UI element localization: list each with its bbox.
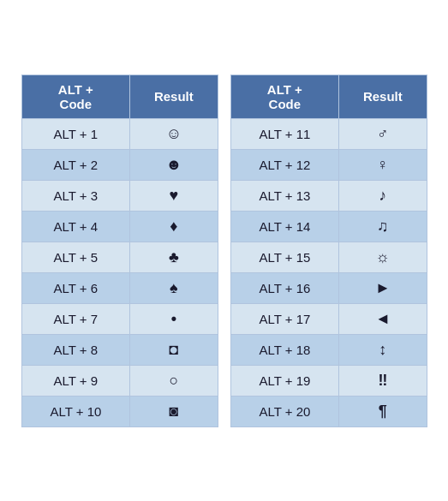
alt-codes-table-2: ALT +Code Result ALT + 11♂ALT + 12♀ALT +… bbox=[230, 75, 427, 427]
alt-code-result: ◄ bbox=[339, 303, 427, 334]
alt-code-result: ♂ bbox=[339, 118, 427, 149]
table-row: ALT + 15☼ bbox=[230, 242, 427, 272]
alt-code-label: ALT + 18 bbox=[230, 334, 339, 365]
alt-code-label: ALT + 14 bbox=[230, 211, 339, 242]
alt-code-result: ♀ bbox=[339, 149, 427, 180]
table2-header-result: Result bbox=[339, 75, 427, 118]
alt-code-label: ALT + 13 bbox=[230, 180, 339, 211]
alt-code-label: ALT + 15 bbox=[230, 242, 339, 272]
alt-code-result: ☼ bbox=[339, 242, 427, 272]
alt-code-result: ◙ bbox=[130, 396, 218, 426]
alt-code-label: ALT + 7 bbox=[21, 303, 130, 334]
alt-code-result: ♦ bbox=[130, 211, 218, 242]
table1-header-code: ALT +Code bbox=[21, 75, 130, 118]
table-row: ALT + 19‼ bbox=[230, 365, 427, 396]
alt-code-result: ♥ bbox=[130, 180, 218, 211]
alt-code-label: ALT + 17 bbox=[230, 303, 339, 334]
alt-code-label: ALT + 4 bbox=[21, 211, 130, 242]
table-row: ALT + 14♫ bbox=[230, 211, 427, 242]
alt-code-label: ALT + 12 bbox=[230, 149, 339, 180]
table-row: ALT + 18↕ bbox=[230, 334, 427, 365]
alt-code-label: ALT + 20 bbox=[230, 396, 339, 426]
table-row: ALT + 16► bbox=[230, 272, 427, 303]
table-row: ALT + 17◄ bbox=[230, 303, 427, 334]
alt-code-result: ♣ bbox=[130, 242, 218, 272]
table-row: ALT + 11♂ bbox=[230, 118, 427, 149]
alt-code-label: ALT + 5 bbox=[21, 242, 130, 272]
alt-code-result: ♪ bbox=[339, 180, 427, 211]
alt-code-result: ☻ bbox=[130, 149, 218, 180]
alt-code-result: • bbox=[130, 303, 218, 334]
table-row: ALT + 13♪ bbox=[230, 180, 427, 211]
table-row: ALT + 4♦ bbox=[21, 211, 218, 242]
alt-code-label: ALT + 9 bbox=[21, 365, 130, 396]
alt-code-label: ALT + 2 bbox=[21, 149, 130, 180]
table-row: ALT + 9○ bbox=[21, 365, 218, 396]
alt-code-result: ♫ bbox=[339, 211, 427, 242]
alt-code-result: ‼ bbox=[339, 365, 427, 396]
alt-code-label: ALT + 3 bbox=[21, 180, 130, 211]
alt-code-label: ALT + 8 bbox=[21, 334, 130, 365]
alt-code-label: ALT + 10 bbox=[21, 396, 130, 426]
alt-code-label: ALT + 19 bbox=[230, 365, 339, 396]
alt-code-result: ♠ bbox=[130, 272, 218, 303]
alt-codes-table-1: ALT +Code Result ALT + 1☺ALT + 2☻ALT + 3… bbox=[21, 75, 218, 427]
alt-code-result: ↕ bbox=[339, 334, 427, 365]
table1-header-result: Result bbox=[130, 75, 218, 118]
table-row: ALT + 6♠ bbox=[21, 272, 218, 303]
table-row: ALT + 20¶ bbox=[230, 396, 427, 426]
table-row: ALT + 10◙ bbox=[21, 396, 218, 426]
alt-code-result: ¶ bbox=[339, 396, 427, 426]
alt-code-result: ○ bbox=[130, 365, 218, 396]
table-row: ALT + 12♀ bbox=[230, 149, 427, 180]
alt-code-result: ◘ bbox=[130, 334, 218, 365]
alt-code-result: ► bbox=[339, 272, 427, 303]
table-row: ALT + 7• bbox=[21, 303, 218, 334]
table-row: ALT + 1☺ bbox=[21, 118, 218, 149]
table2-header-code: ALT +Code bbox=[230, 75, 339, 118]
alt-code-result: ☺ bbox=[130, 118, 218, 149]
alt-code-label: ALT + 6 bbox=[21, 272, 130, 303]
table-row: ALT + 2☻ bbox=[21, 149, 218, 180]
table-row: ALT + 5♣ bbox=[21, 242, 218, 272]
tables-wrapper: ALT +Code Result ALT + 1☺ALT + 2☻ALT + 3… bbox=[21, 75, 427, 427]
table-row: ALT + 3♥ bbox=[21, 180, 218, 211]
alt-code-label: ALT + 16 bbox=[230, 272, 339, 303]
alt-code-label: ALT + 1 bbox=[21, 118, 130, 149]
alt-code-label: ALT + 11 bbox=[230, 118, 339, 149]
table-row: ALT + 8◘ bbox=[21, 334, 218, 365]
